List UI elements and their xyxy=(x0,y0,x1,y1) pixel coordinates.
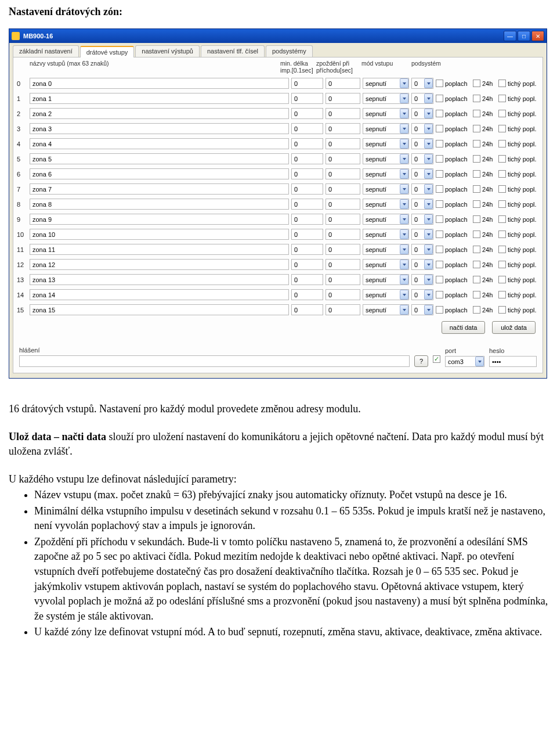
zone-name-input[interactable] xyxy=(30,244,289,255)
zone-silent-alarm-checkbox[interactable]: tichý popl. xyxy=(498,185,539,193)
zone-silent-alarm-checkbox[interactable]: tichý popl. xyxy=(498,215,539,223)
zone-24h-checkbox[interactable]: 24h xyxy=(473,125,496,132)
zone-delay-input[interactable] xyxy=(325,199,360,210)
port-select[interactable]: com3 xyxy=(445,356,484,367)
zone-silent-alarm-checkbox[interactable]: tichý popl. xyxy=(498,110,539,117)
zone-subsystem-select[interactable]: 0 xyxy=(411,93,433,104)
zone-min-input[interactable] xyxy=(291,199,323,210)
zone-alarm-checkbox[interactable]: poplach xyxy=(436,231,471,238)
zone-silent-alarm-checkbox[interactable]: tichý popl. xyxy=(498,125,539,132)
zone-name-input[interactable] xyxy=(30,199,289,210)
zone-delay-input[interactable] xyxy=(325,153,360,164)
zone-subsystem-select[interactable]: 0 xyxy=(411,78,433,89)
zone-mode-select[interactable]: sepnutí xyxy=(363,304,409,315)
zone-delay-input[interactable] xyxy=(325,108,360,119)
zone-alarm-checkbox[interactable]: poplach xyxy=(436,170,471,178)
zone-24h-checkbox[interactable]: 24h xyxy=(473,215,496,223)
zone-alarm-checkbox[interactable]: poplach xyxy=(436,215,471,223)
zone-min-input[interactable] xyxy=(291,93,323,104)
zone-name-input[interactable] xyxy=(30,274,289,285)
zone-mode-select[interactable]: sepnutí xyxy=(363,153,409,164)
zone-mode-select[interactable]: sepnutí xyxy=(363,289,409,300)
zone-name-input[interactable] xyxy=(30,289,289,300)
zone-delay-input[interactable] xyxy=(325,289,360,300)
zone-mode-select[interactable]: sepnutí xyxy=(363,123,409,134)
zone-mode-select[interactable]: sepnutí xyxy=(363,108,409,119)
zone-name-input[interactable] xyxy=(30,168,289,179)
zone-delay-input[interactable] xyxy=(325,304,360,315)
heslo-input[interactable] xyxy=(489,356,537,367)
zone-delay-input[interactable] xyxy=(325,93,360,104)
tab-0[interactable]: základní nastavení xyxy=(13,45,79,57)
zone-24h-checkbox[interactable]: 24h xyxy=(473,246,496,253)
tab-3[interactable]: nastavení tlf. čísel xyxy=(201,45,265,57)
port-enabled-checkbox[interactable] xyxy=(433,355,440,363)
zone-min-input[interactable] xyxy=(291,183,323,195)
zone-delay-input[interactable] xyxy=(325,244,360,255)
zone-mode-select[interactable]: sepnutí xyxy=(363,183,409,195)
zone-24h-checkbox[interactable]: 24h xyxy=(473,80,496,87)
zone-name-input[interactable] xyxy=(30,93,289,104)
zone-silent-alarm-checkbox[interactable]: tichý popl. xyxy=(498,291,539,298)
zone-min-input[interactable] xyxy=(291,229,323,240)
zone-silent-alarm-checkbox[interactable]: tichý popl. xyxy=(498,95,539,102)
zone-silent-alarm-checkbox[interactable]: tichý popl. xyxy=(498,200,539,208)
zone-alarm-checkbox[interactable]: poplach xyxy=(436,261,471,268)
zone-24h-checkbox[interactable]: 24h xyxy=(473,140,496,147)
zone-mode-select[interactable]: sepnutí xyxy=(363,138,409,149)
zone-alarm-checkbox[interactable]: poplach xyxy=(436,246,471,253)
zone-subsystem-select[interactable]: 0 xyxy=(411,289,433,300)
zone-subsystem-select[interactable]: 0 xyxy=(411,123,433,134)
zone-subsystem-select[interactable]: 0 xyxy=(411,199,433,210)
tab-4[interactable]: podsystémy xyxy=(266,45,313,57)
zone-min-input[interactable] xyxy=(291,168,323,179)
zone-24h-checkbox[interactable]: 24h xyxy=(473,155,496,163)
zone-delay-input[interactable] xyxy=(325,168,360,179)
zone-mode-select[interactable]: sepnutí xyxy=(363,78,409,89)
zone-alarm-checkbox[interactable]: poplach xyxy=(436,200,471,208)
zone-24h-checkbox[interactable]: 24h xyxy=(473,306,496,314)
zone-subsystem-select[interactable]: 0 xyxy=(411,183,433,195)
zone-name-input[interactable] xyxy=(30,78,289,89)
save-data-button[interactable]: ulož data xyxy=(492,321,536,334)
zone-min-input[interactable] xyxy=(291,289,323,300)
zone-name-input[interactable] xyxy=(30,183,289,195)
zone-name-input[interactable] xyxy=(30,123,289,134)
question-button[interactable]: ? xyxy=(414,355,428,367)
zone-subsystem-select[interactable]: 0 xyxy=(411,138,433,149)
zone-24h-checkbox[interactable]: 24h xyxy=(473,95,496,102)
zone-subsystem-select[interactable]: 0 xyxy=(411,153,433,164)
zone-min-input[interactable] xyxy=(291,259,323,270)
zone-mode-select[interactable]: sepnutí xyxy=(363,199,409,210)
zone-delay-input[interactable] xyxy=(325,78,360,89)
zone-name-input[interactable] xyxy=(30,214,289,225)
zone-delay-input[interactable] xyxy=(325,214,360,225)
zone-min-input[interactable] xyxy=(291,138,323,149)
zone-24h-checkbox[interactable]: 24h xyxy=(473,170,496,178)
zone-silent-alarm-checkbox[interactable]: tichý popl. xyxy=(498,231,539,238)
tab-2[interactable]: nastavení výstupů xyxy=(135,45,200,57)
zone-subsystem-select[interactable]: 0 xyxy=(411,244,433,255)
zone-alarm-checkbox[interactable]: poplach xyxy=(436,155,471,163)
zone-min-input[interactable] xyxy=(291,274,323,285)
zone-silent-alarm-checkbox[interactable]: tichý popl. xyxy=(498,80,539,87)
zone-subsystem-select[interactable]: 0 xyxy=(411,229,433,240)
zone-name-input[interactable] xyxy=(30,304,289,315)
zone-name-input[interactable] xyxy=(30,108,289,119)
zone-alarm-checkbox[interactable]: poplach xyxy=(436,306,471,314)
zone-min-input[interactable] xyxy=(291,78,323,89)
zone-24h-checkbox[interactable]: 24h xyxy=(473,291,496,298)
zone-min-input[interactable] xyxy=(291,214,323,225)
zone-silent-alarm-checkbox[interactable]: tichý popl. xyxy=(498,246,539,253)
zone-silent-alarm-checkbox[interactable]: tichý popl. xyxy=(498,306,539,314)
zone-delay-input[interactable] xyxy=(325,274,360,285)
zone-alarm-checkbox[interactable]: poplach xyxy=(436,110,471,117)
close-button[interactable]: ✕ xyxy=(531,31,544,41)
zone-name-input[interactable] xyxy=(30,153,289,164)
zone-silent-alarm-checkbox[interactable]: tichý popl. xyxy=(498,140,539,147)
zone-24h-checkbox[interactable]: 24h xyxy=(473,276,496,283)
zone-delay-input[interactable] xyxy=(325,123,360,134)
zone-min-input[interactable] xyxy=(291,123,323,134)
zone-subsystem-select[interactable]: 0 xyxy=(411,168,433,179)
zone-delay-input[interactable] xyxy=(325,183,360,195)
